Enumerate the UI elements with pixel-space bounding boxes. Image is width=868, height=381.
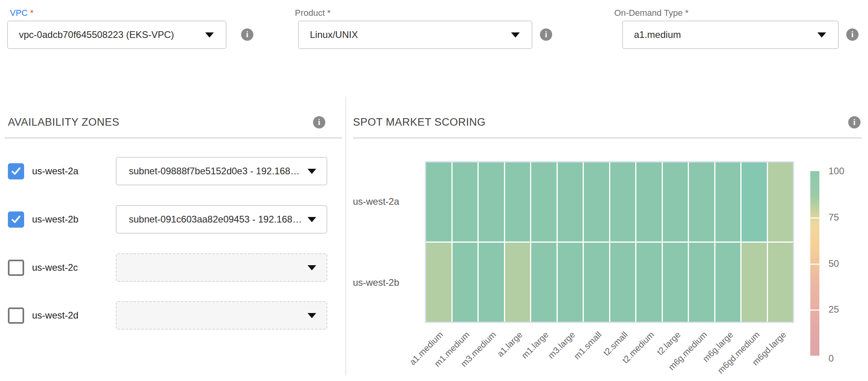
availability-zone-row-us-west-2a: us-west-2asubnet-09888f7be5152d0e3 - 192…: [0, 157, 346, 185]
availability-zones-title: AVAILABILITY ZONES: [8, 116, 119, 128]
colorbar-tick-100: 100: [828, 165, 856, 177]
heatmap-cell-us-west-2a-m1.small: [584, 162, 609, 241]
availability-zone-row-us-west-2b: us-west-2bsubnet-091c603aa82e09453 - 192…: [0, 205, 346, 234]
colorbar-tick-75: 75: [828, 211, 856, 223]
on-demand-type-info-icon[interactable]: i: [846, 28, 859, 41]
product-required-asterisk: *: [327, 8, 331, 18]
on-demand-type-required-asterisk: *: [685, 8, 689, 18]
colorbar-separator: [810, 309, 819, 311]
chevron-down-icon: [308, 313, 316, 318]
vpc-label-text: VPC: [10, 8, 28, 18]
product-label-text: Product: [295, 8, 325, 18]
subnet-select-us-west-2c[interactable]: [116, 253, 327, 282]
vpc-select[interactable]: vpc-0adcb70f645508223 (EKS-VPC): [7, 21, 226, 49]
heatmap-cell-us-west-2b-m6gd.large: [768, 243, 793, 322]
heatmap-cell-us-west-2b-m1.small: [584, 243, 609, 322]
heatmap-cell-us-west-2a-t2.large: [663, 162, 688, 241]
zone-label-us-west-2b: us-west-2b: [32, 205, 78, 234]
chevron-down-icon: [308, 217, 316, 222]
heatmap-cell-us-west-2a-m6g.medium: [689, 162, 714, 241]
zone-label-us-west-2d: us-west-2d: [32, 301, 78, 330]
product-select[interactable]: Linux/UNIX: [298, 21, 532, 49]
heatmap-cell-us-west-2a-a1.large: [505, 162, 530, 241]
heatmap-cell-us-west-2b-m1.medium: [453, 243, 478, 322]
heatmap-row-label-us-west-2a: us-west-2a: [328, 196, 399, 207]
on-demand-type-select[interactable]: a1.medium: [622, 21, 839, 49]
availability-zones-info-icon[interactable]: i: [313, 116, 325, 128]
colorbar-tick-25: 25: [828, 304, 856, 315]
unchecked-checkbox-us-west-2c[interactable]: [8, 260, 24, 276]
heatmap-colorbar: [810, 171, 819, 356]
heatmap-cell-us-west-2a-m1.large: [531, 162, 557, 241]
chevron-down-icon: [308, 265, 316, 270]
subnet-select-us-west-2b[interactable]: subnet-091c603aa82e09453 - 192.168…: [116, 205, 327, 234]
chevron-down-icon: [205, 32, 214, 38]
heatmap-cell-us-west-2a-t2.small: [610, 162, 636, 241]
vpc-label: VPC*: [10, 8, 34, 18]
checked-checkbox-us-west-2a[interactable]: [8, 163, 24, 179]
checkmark-icon: [10, 166, 22, 177]
heatmap-cell-us-west-2a-t2.medium: [636, 162, 662, 241]
heatmap-cell-us-west-2b-m6g.medium: [689, 243, 714, 322]
heatmap-cell-us-west-2b-m6gd.medium: [742, 243, 767, 322]
vpc-required-asterisk: *: [30, 8, 34, 18]
vpc-info-icon[interactable]: i: [241, 28, 253, 41]
heatmap-cell-us-west-2b-t2.large: [663, 243, 688, 322]
heatmap-cell-us-west-2b-t2.small: [610, 243, 636, 322]
heatmap-cell-us-west-2b-m6g.large: [715, 243, 741, 322]
product-info-icon[interactable]: i: [540, 28, 552, 41]
heatmap-cell-us-west-2a-m6gd.medium: [742, 162, 767, 241]
panel-divider: [345, 97, 346, 375]
heatmap-cell-us-west-2a-m6gd.large: [768, 162, 793, 241]
spot-market-scoring-divider: [353, 138, 862, 138]
heatmap-cell-us-west-2a-m6g.large: [715, 162, 741, 241]
spot-market-configuration-screen: VPC* vpc-0adcb70f645508223 (EKS-VPC) i P…: [0, 0, 868, 381]
on-demand-type-label-text: On-Demand Type: [614, 8, 683, 18]
colorbar-tick-50: 50: [828, 258, 856, 270]
spot-market-heatmap: [425, 161, 794, 323]
heatmap-cell-us-west-2b-t2.medium: [636, 243, 662, 322]
product-label: Product*: [295, 8, 330, 18]
colorbar-tick-0: 0: [828, 353, 856, 364]
spot-market-scoring-title: SPOT MARKET SCORING: [353, 116, 486, 128]
heatmap-cell-us-west-2a-m3.large: [558, 162, 583, 241]
on-demand-type-label: On-Demand Type*: [614, 8, 689, 18]
heatmap-cell-us-west-2a-a1.medium: [426, 162, 451, 241]
heatmap-cell-us-west-2a-m3.medium: [479, 162, 504, 241]
subnet-select-value: subnet-091c603aa82e09453 - 192.168…: [117, 214, 308, 225]
heatmap-cell-us-west-2b-a1.large: [505, 243, 530, 322]
on-demand-type-select-value: a1.medium: [623, 29, 817, 40]
checkmark-icon: [10, 214, 22, 225]
zone-label-us-west-2c: us-west-2c: [32, 253, 78, 282]
heatmap-cell-us-west-2b-m3.medium: [479, 243, 504, 322]
colorbar-separator: [810, 264, 819, 265]
subnet-select-us-west-2a[interactable]: subnet-09888f7be5152d0e3 - 192.168…: [116, 157, 327, 185]
chevron-down-icon: [511, 32, 520, 38]
availability-zone-row-us-west-2c: us-west-2c: [0, 253, 346, 282]
heatmap-row-label-us-west-2b: us-west-2b: [328, 277, 399, 289]
checked-checkbox-us-west-2b[interactable]: [8, 211, 24, 228]
heatmap-cell-us-west-2a-m1.medium: [453, 162, 478, 241]
subnet-select-value: subnet-09888f7be5152d0e3 - 192.168…: [117, 166, 308, 177]
heatmap-cell-us-west-2b-a1.medium: [426, 243, 451, 322]
unchecked-checkbox-us-west-2d[interactable]: [8, 307, 24, 324]
availability-zone-row-us-west-2d: us-west-2d: [0, 301, 346, 330]
availability-zones-divider: [5, 138, 342, 138]
product-select-value: Linux/UNIX: [299, 29, 511, 40]
subnet-select-us-west-2d[interactable]: [116, 301, 327, 330]
vpc-select-value: vpc-0adcb70f645508223 (EKS-VPC): [8, 29, 205, 40]
heatmap-cell-us-west-2b-m3.large: [558, 243, 583, 322]
zone-label-us-west-2a: us-west-2a: [32, 157, 78, 185]
chevron-down-icon: [817, 32, 826, 38]
chevron-down-icon: [308, 169, 316, 174]
colorbar-separator: [810, 217, 819, 219]
heatmap-cell-us-west-2b-m1.large: [531, 243, 557, 322]
spot-market-scoring-info-icon[interactable]: i: [848, 116, 860, 128]
